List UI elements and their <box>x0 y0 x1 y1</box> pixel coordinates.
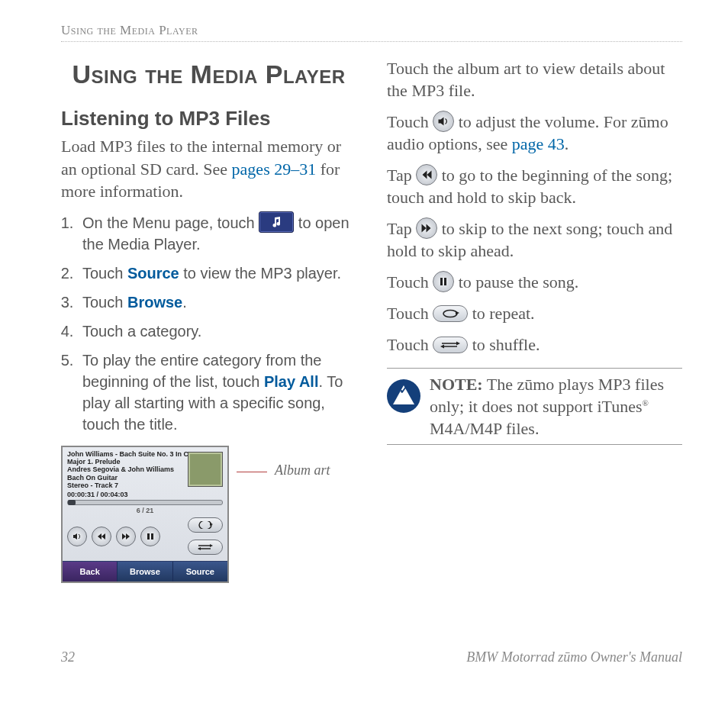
ss-prev-icon <box>92 527 111 546</box>
note-label: NOTE: <box>430 375 483 394</box>
ss-shuffle-icon <box>188 540 223 555</box>
note-box: ✓ NOTE: The zūmo plays MP3 files only; i… <box>387 368 682 445</box>
note-text-2: M4A/M4P files. <box>430 419 539 438</box>
p-volume-a: Touch <box>387 112 433 131</box>
running-head: Using the Media Player <box>61 23 682 42</box>
ss-browse-button: Browse <box>118 562 172 581</box>
callout-leader <box>237 472 267 472</box>
p-pause-a: Touch <box>387 272 433 292</box>
volume-icon <box>433 111 454 132</box>
step-2-a: Touch <box>82 265 127 282</box>
p-repeat: Touch to repeat. <box>387 302 682 324</box>
repeat-icon <box>433 305 468 322</box>
step-1: On the Menu page, touch to open the Medi… <box>78 211 356 255</box>
p-shuffle-a: Touch <box>387 335 433 354</box>
p-shuffle: Touch to shuffle. <box>387 333 682 356</box>
step-4: Touch a category. <box>78 321 356 342</box>
step-3: Touch Browse. <box>78 292 356 313</box>
album-art-thumbnail <box>188 452 223 487</box>
svg-rect-1 <box>151 533 153 540</box>
left-column: Using the Media Player Listening to MP3 … <box>61 53 356 583</box>
ss-pause-icon <box>140 527 160 546</box>
ss-track-count: 6 / 21 <box>63 507 227 514</box>
ss-volume-icon <box>67 527 87 546</box>
p-pause-b: to pause the song. <box>459 272 579 292</box>
ss-source-button: Source <box>173 562 227 581</box>
registered-mark: ® <box>643 398 649 407</box>
step-2-b: to view the MP3 player. <box>179 265 341 282</box>
p-next: Tap to skip to the next song; touch and … <box>387 217 682 262</box>
p-repeat-a: Touch <box>387 304 433 323</box>
p-volume: Touch to adjust the volume. For zūmo aud… <box>387 111 682 155</box>
kw-source: Source <box>127 265 179 282</box>
kw-play-all: Play All <box>264 373 319 390</box>
svg-rect-2 <box>440 278 443 285</box>
p-prev: Tap to go to the beginning of the song; … <box>387 164 682 208</box>
p-prev-a: Tap <box>387 166 416 185</box>
kw-browse: Browse <box>127 294 182 311</box>
p-album-art: Touch the album art to view details abou… <box>387 57 682 101</box>
p-shuffle-b: to shuffle. <box>472 335 540 354</box>
step-1-a: On the Menu page, touch <box>82 214 259 231</box>
page-number: 32 <box>61 649 75 665</box>
skip-back-icon <box>416 164 437 185</box>
step-3-b: . <box>182 294 187 311</box>
step-3-a: Touch <box>82 294 127 311</box>
ss-next-icon <box>116 527 136 546</box>
link-page-43[interactable]: page 43 <box>512 134 565 153</box>
intro-paragraph: Load MP3 files to the internal memory or… <box>61 135 356 201</box>
step-5: To play the entire category from the beg… <box>78 350 356 435</box>
ss-progress-bar <box>67 500 223 505</box>
shuffle-icon <box>433 337 468 353</box>
section-title: Listening to MP3 Files <box>61 107 356 130</box>
music-note-icon <box>259 211 294 233</box>
chapter-title: Using the Media Player <box>61 59 356 90</box>
p-next-a: Tap <box>387 219 416 238</box>
manual-title: BMW Motorrad zūmo Owner's Manual <box>466 649 682 665</box>
callout-album-art: Album art <box>275 462 330 478</box>
right-column: Touch the album art to view details abou… <box>387 53 682 583</box>
link-pages-29-31[interactable]: pages 29–31 <box>232 159 317 179</box>
p-volume-c: . <box>565 134 569 153</box>
svg-rect-0 <box>147 533 150 540</box>
p-repeat-b: to repeat. <box>472 304 535 323</box>
skip-forward-icon <box>416 217 437 239</box>
pause-icon <box>433 271 454 292</box>
p-pause: Touch to pause the song. <box>387 271 682 293</box>
step-2: Touch Source to view the MP3 player. <box>78 263 356 284</box>
ss-time: 00:00:31 / 00:04:03 <box>63 491 227 498</box>
media-player-screenshot: John Williams - Bach Suite No. 3 In C Ma… <box>61 446 229 583</box>
ss-repeat-icon <box>188 517 223 533</box>
ss-back-button: Back <box>63 562 118 581</box>
steps-list: On the Menu page, touch to open the Medi… <box>61 211 356 435</box>
svg-rect-3 <box>444 278 446 285</box>
